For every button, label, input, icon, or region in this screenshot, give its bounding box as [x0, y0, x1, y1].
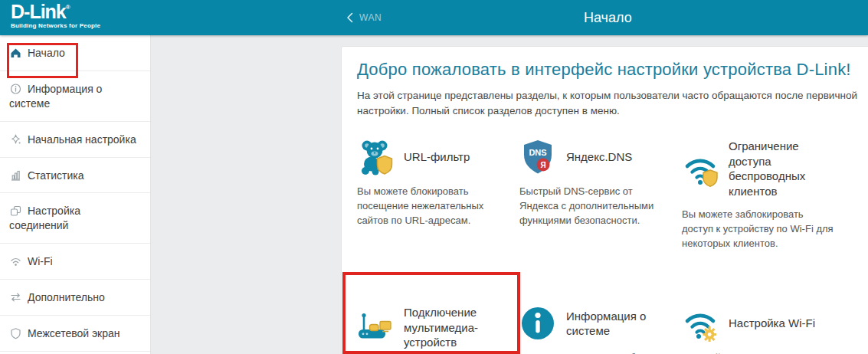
yandex-dns-shield-icon: DNS Я — [519, 139, 556, 175]
wifi-shield-icon — [682, 150, 719, 187]
yandex-circle-label: Я — [540, 161, 545, 169]
page-title: Начало — [584, 0, 632, 35]
feature-title: Ограничение доступа беспроводных клиенто… — [729, 139, 843, 198]
feature-title: Подключение мультимедиа-устройств — [404, 305, 519, 350]
sidebar-item-initial-setup[interactable]: Начальная настройка — [0, 122, 150, 158]
feature-description: Настройка основных параметров Wi-Fi. Зде… — [682, 351, 835, 354]
welcome-card: Добро пожаловать в интерфейс настройки у… — [341, 46, 868, 354]
feature-card-wifi-settings[interactable]: Настройка Wi-Fi Настройка основных парам… — [682, 305, 868, 354]
sidebar-item-label: Статистика — [28, 169, 84, 182]
feature-card-multimedia-devices[interactable]: Подключение мультимедиа-устройств Выбор … — [357, 305, 519, 354]
sidebar-item-home[interactable]: Начало — [0, 35, 150, 71]
sidebar-item-firewall[interactable]: Межсетевой экран — [0, 316, 150, 352]
sidebar-item-label: Wi-Fi — [28, 255, 53, 267]
sidebar-menu: Начало Информация о системе Начальная на… — [0, 35, 151, 354]
sidebar-item-system-info[interactable]: Информация о системе — [0, 71, 150, 122]
welcome-subtitle: На этой странице представлены разделы, к… — [357, 88, 859, 118]
feature-description: Быстрый DNS-сервис от Яндекса с дополнит… — [519, 185, 673, 228]
sidebar-item-connections-setup[interactable]: Настройка соединений — [0, 193, 150, 244]
wifi-settings-icon — [682, 305, 719, 342]
back-to-wan-link[interactable]: WAN — [346, 0, 382, 35]
sidebar-item-advanced[interactable]: Дополнительно — [0, 280, 150, 316]
feature-description: Сводная информация об устройстве. — [519, 351, 673, 354]
feature-card-system-info[interactable]: Информация о системе Сводная информация … — [519, 305, 682, 354]
back-chevron-icon — [346, 12, 353, 23]
feature-description: Вы можете заблокировать доступ к устройс… — [682, 208, 835, 251]
feature-title: Яндекс.DNS — [566, 149, 632, 165]
dlink-logo: D-Link® Building Networks for People — [11, 2, 100, 29]
multimedia-router-icon — [357, 309, 394, 346]
wizard-icon — [9, 133, 22, 146]
sidebar-item-label: Дополнительно — [28, 291, 105, 303]
advanced-icon — [9, 291, 22, 303]
feature-card-wireless-restriction[interactable]: Ограничение доступа беспроводных клиенто… — [682, 139, 868, 251]
top-header-bar: D-Link® Building Networks for People WAN… — [0, 0, 868, 35]
feature-title: URL-фильтр — [404, 149, 470, 165]
sidebar-item-statistics[interactable]: Статистика — [0, 158, 150, 194]
sidebar-item-label: Межсетевой экран — [28, 327, 120, 339]
dlink-logo-brand: D-Link® — [11, 2, 100, 21]
feature-card-yandex-dns[interactable]: DNS Я Яндекс.DNS Быстрый DNS-сервис от Я… — [519, 139, 682, 251]
stats-icon — [9, 169, 22, 182]
feature-title: Настройка Wi-Fi — [729, 316, 815, 331]
sidebar-item-label: Начало — [28, 47, 65, 59]
url-filter-bear-icon — [357, 139, 394, 175]
feature-card-url-filter[interactable]: URL-фильтр Вы можете блокировать посещен… — [357, 139, 519, 251]
info-icon — [9, 83, 22, 95]
home-icon — [9, 47, 22, 59]
feature-grid: URL-фильтр Вы можете блокировать посещен… — [357, 139, 867, 354]
feature-description: Вы можете блокировать посещение нежелате… — [357, 185, 510, 228]
system-info-icon — [519, 305, 556, 342]
dlink-logo-tagline: Building Networks for People — [11, 23, 100, 29]
feature-title: Информация о системе — [566, 309, 657, 339]
back-link-label: WAN — [359, 12, 382, 23]
sidebar-item-label: Начальная настройка — [28, 133, 136, 146]
firewall-shield-icon — [9, 327, 22, 339]
welcome-title: Добро пожаловать в интерфейс настройки у… — [357, 60, 867, 80]
sidebar-item-label: Информация о системе — [9, 83, 102, 110]
wifi-icon — [9, 255, 22, 267]
connections-icon — [9, 205, 22, 217]
registered-mark: ® — [66, 4, 70, 11]
sidebar-item-wifi[interactable]: Wi-Fi — [0, 244, 150, 280]
dns-shield-label: DNS — [529, 148, 546, 157]
